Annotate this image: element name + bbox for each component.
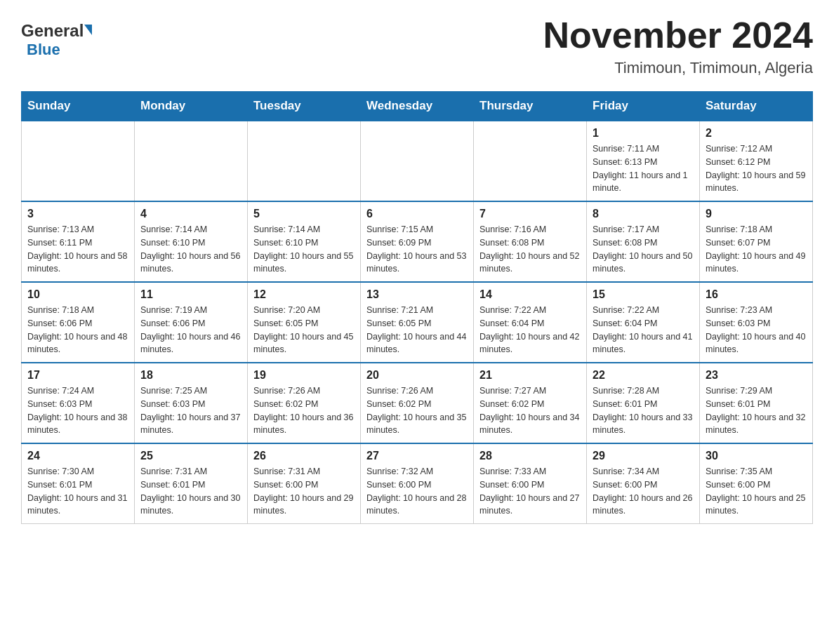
calendar-cell: 9Sunrise: 7:18 AMSunset: 6:07 PMDaylight…	[700, 201, 813, 282]
calendar-cell: 7Sunrise: 7:16 AMSunset: 6:08 PMDaylight…	[474, 201, 587, 282]
day-info: Sunrise: 7:27 AMSunset: 6:02 PMDaylight:…	[479, 384, 581, 437]
day-number: 30	[706, 450, 807, 462]
day-info: Sunrise: 7:32 AMSunset: 6:00 PMDaylight:…	[366, 465, 468, 518]
day-number: 20	[366, 369, 468, 382]
day-number: 15	[593, 288, 694, 301]
calendar-cell	[248, 121, 361, 201]
calendar-cell: 22Sunrise: 7:28 AMSunset: 6:01 PMDayligh…	[587, 363, 700, 443]
calendar-cell	[361, 121, 474, 201]
days-of-week-row: Sunday Monday Tuesday Wednesday Thursday…	[22, 92, 813, 121]
day-info: Sunrise: 7:25 AMSunset: 6:03 PMDaylight:…	[140, 384, 241, 437]
calendar-cell: 2Sunrise: 7:12 AMSunset: 6:12 PMDaylight…	[700, 121, 813, 201]
day-info: Sunrise: 7:12 AMSunset: 6:12 PMDaylight:…	[706, 142, 807, 195]
calendar-cell: 14Sunrise: 7:22 AMSunset: 6:04 PMDayligh…	[474, 282, 587, 363]
calendar-cell: 11Sunrise: 7:19 AMSunset: 6:06 PMDayligh…	[135, 282, 248, 363]
day-number: 16	[706, 288, 807, 301]
calendar-cell: 20Sunrise: 7:26 AMSunset: 6:02 PMDayligh…	[361, 363, 474, 443]
day-number: 1	[593, 127, 694, 140]
calendar-cell: 13Sunrise: 7:21 AMSunset: 6:05 PMDayligh…	[361, 282, 474, 363]
calendar-cell: 29Sunrise: 7:34 AMSunset: 6:00 PMDayligh…	[587, 443, 700, 524]
calendar-cell: 18Sunrise: 7:25 AMSunset: 6:03 PMDayligh…	[135, 363, 248, 443]
calendar-cell: 24Sunrise: 7:30 AMSunset: 6:01 PMDayligh…	[22, 443, 135, 524]
day-info: Sunrise: 7:23 AMSunset: 6:03 PMDaylight:…	[706, 304, 807, 356]
calendar-cell: 26Sunrise: 7:31 AMSunset: 6:00 PMDayligh…	[248, 443, 361, 524]
day-info: Sunrise: 7:31 AMSunset: 6:01 PMDaylight:…	[140, 465, 241, 518]
day-number: 14	[479, 288, 581, 301]
day-info: Sunrise: 7:28 AMSunset: 6:01 PMDaylight:…	[593, 384, 694, 437]
week-row-5: 24Sunrise: 7:30 AMSunset: 6:01 PMDayligh…	[22, 443, 813, 524]
logo-general-text: General	[21, 21, 84, 41]
logo: General Blue	[21, 21, 92, 59]
day-info: Sunrise: 7:35 AMSunset: 6:00 PMDaylight:…	[706, 465, 807, 518]
calendar-cell: 28Sunrise: 7:33 AMSunset: 6:00 PMDayligh…	[474, 443, 587, 524]
calendar-title: November 2024	[543, 14, 813, 56]
day-number: 5	[253, 208, 355, 220]
day-number: 22	[593, 369, 694, 382]
calendar-cell: 6Sunrise: 7:15 AMSunset: 6:09 PMDaylight…	[361, 201, 474, 282]
day-number: 29	[593, 450, 694, 462]
location-subtitle: Timimoun, Timimoun, Algeria	[543, 59, 813, 77]
calendar-cell: 1Sunrise: 7:11 AMSunset: 6:13 PMDaylight…	[587, 121, 700, 201]
day-number: 3	[27, 208, 128, 220]
calendar-cell	[135, 121, 248, 201]
day-info: Sunrise: 7:21 AMSunset: 6:05 PMDaylight:…	[366, 304, 468, 356]
day-number: 26	[253, 450, 355, 462]
day-number: 18	[140, 369, 241, 382]
day-info: Sunrise: 7:30 AMSunset: 6:01 PMDaylight:…	[27, 465, 128, 518]
day-info: Sunrise: 7:19 AMSunset: 6:06 PMDaylight:…	[140, 304, 241, 356]
day-info: Sunrise: 7:24 AMSunset: 6:03 PMDaylight:…	[27, 384, 128, 437]
day-number: 25	[140, 450, 241, 462]
day-info: Sunrise: 7:18 AMSunset: 6:07 PMDaylight:…	[706, 223, 807, 276]
calendar-cell: 25Sunrise: 7:31 AMSunset: 6:01 PMDayligh…	[135, 443, 248, 524]
day-number: 6	[366, 208, 468, 220]
calendar-cell	[22, 121, 135, 201]
title-block: November 2024 Timimoun, Timimoun, Algeri…	[543, 14, 813, 77]
day-number: 8	[593, 208, 694, 220]
day-number: 10	[27, 288, 128, 301]
day-number: 23	[706, 369, 807, 382]
col-wednesday: Wednesday	[361, 92, 474, 121]
day-info: Sunrise: 7:17 AMSunset: 6:08 PMDaylight:…	[593, 223, 694, 276]
day-number: 7	[479, 208, 581, 220]
day-number: 13	[366, 288, 468, 301]
page-header: General Blue November 2024 Timimoun, Tim…	[21, 14, 813, 77]
day-number: 24	[27, 450, 128, 462]
day-info: Sunrise: 7:15 AMSunset: 6:09 PMDaylight:…	[366, 223, 468, 276]
day-info: Sunrise: 7:34 AMSunset: 6:00 PMDaylight:…	[593, 465, 694, 518]
calendar-cell: 17Sunrise: 7:24 AMSunset: 6:03 PMDayligh…	[22, 363, 135, 443]
col-friday: Friday	[587, 92, 700, 121]
week-row-2: 3Sunrise: 7:13 AMSunset: 6:11 PMDaylight…	[22, 201, 813, 282]
day-info: Sunrise: 7:22 AMSunset: 6:04 PMDaylight:…	[593, 304, 694, 356]
day-info: Sunrise: 7:14 AMSunset: 6:10 PMDaylight:…	[140, 223, 241, 276]
day-number: 12	[253, 288, 355, 301]
day-number: 4	[140, 208, 241, 220]
day-number: 17	[27, 369, 128, 382]
day-number: 19	[253, 369, 355, 382]
day-number: 27	[366, 450, 468, 462]
calendar-cell: 4Sunrise: 7:14 AMSunset: 6:10 PMDaylight…	[135, 201, 248, 282]
day-info: Sunrise: 7:31 AMSunset: 6:00 PMDaylight:…	[253, 465, 355, 518]
col-tuesday: Tuesday	[248, 92, 361, 121]
day-info: Sunrise: 7:13 AMSunset: 6:11 PMDaylight:…	[27, 223, 128, 276]
col-thursday: Thursday	[474, 92, 587, 121]
week-row-4: 17Sunrise: 7:24 AMSunset: 6:03 PMDayligh…	[22, 363, 813, 443]
calendar-cell: 30Sunrise: 7:35 AMSunset: 6:00 PMDayligh…	[700, 443, 813, 524]
day-info: Sunrise: 7:14 AMSunset: 6:10 PMDaylight:…	[253, 223, 355, 276]
week-row-1: 1Sunrise: 7:11 AMSunset: 6:13 PMDaylight…	[22, 121, 813, 201]
calendar-cell: 23Sunrise: 7:29 AMSunset: 6:01 PMDayligh…	[700, 363, 813, 443]
calendar-header: Sunday Monday Tuesday Wednesday Thursday…	[22, 92, 813, 121]
day-info: Sunrise: 7:26 AMSunset: 6:02 PMDaylight:…	[366, 384, 468, 437]
day-info: Sunrise: 7:29 AMSunset: 6:01 PMDaylight:…	[706, 384, 807, 437]
calendar-cell	[474, 121, 587, 201]
logo-arrow-icon	[84, 25, 92, 35]
calendar-table: Sunday Monday Tuesday Wednesday Thursday…	[21, 91, 813, 524]
day-info: Sunrise: 7:18 AMSunset: 6:06 PMDaylight:…	[27, 304, 128, 356]
calendar-cell: 21Sunrise: 7:27 AMSunset: 6:02 PMDayligh…	[474, 363, 587, 443]
day-info: Sunrise: 7:26 AMSunset: 6:02 PMDaylight:…	[253, 384, 355, 437]
calendar-cell: 8Sunrise: 7:17 AMSunset: 6:08 PMDaylight…	[587, 201, 700, 282]
day-info: Sunrise: 7:16 AMSunset: 6:08 PMDaylight:…	[479, 223, 581, 276]
day-info: Sunrise: 7:11 AMSunset: 6:13 PMDaylight:…	[593, 142, 694, 195]
calendar-cell: 3Sunrise: 7:13 AMSunset: 6:11 PMDaylight…	[22, 201, 135, 282]
calendar-body: 1Sunrise: 7:11 AMSunset: 6:13 PMDaylight…	[22, 121, 813, 524]
day-number: 11	[140, 288, 241, 301]
